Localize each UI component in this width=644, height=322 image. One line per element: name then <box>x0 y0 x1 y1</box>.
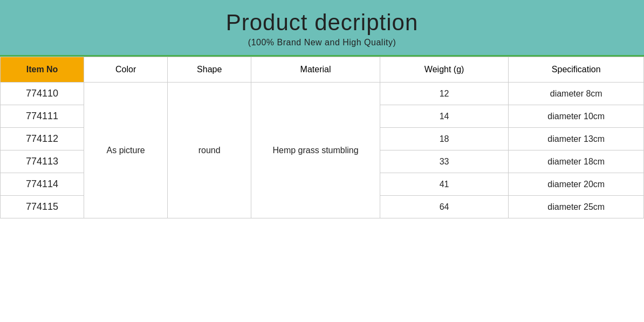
header: Product decription (100% Brand New and H… <box>0 0 644 57</box>
cell-specification: diameter 25cm <box>509 196 644 218</box>
cell-item-no: 774113 <box>1 150 84 173</box>
cell-weight: 18 <box>380 128 509 150</box>
page-subtitle: (100% Brand New and High Quality) <box>0 38 644 47</box>
col-header-material: Material <box>251 57 380 83</box>
col-header-specification: Specification <box>509 57 644 83</box>
cell-item-no: 774112 <box>1 128 84 150</box>
cell-weight: 12 <box>380 83 509 105</box>
cell-item-no: 774114 <box>1 173 84 196</box>
product-table: Item No Color Shape Material Weight (g) … <box>0 57 644 218</box>
cell-specification: diameter 10cm <box>509 105 644 128</box>
cell-color: As picture <box>84 83 168 218</box>
cell-item-no: 774115 <box>1 196 84 218</box>
cell-item-no: 774111 <box>1 105 84 128</box>
page-title: Product decription <box>0 10 644 36</box>
cell-weight: 41 <box>380 173 509 196</box>
cell-weight: 14 <box>380 105 509 128</box>
col-header-weight: Weight (g) <box>380 57 509 83</box>
cell-shape: round <box>168 83 251 218</box>
cell-material: Hemp grass stumbling <box>251 83 380 218</box>
cell-specification: diameter 20cm <box>509 173 644 196</box>
cell-weight: 64 <box>380 196 509 218</box>
cell-item-no: 774110 <box>1 83 84 105</box>
col-header-item-no: Item No <box>1 57 84 83</box>
cell-weight: 33 <box>380 150 509 173</box>
col-header-shape: Shape <box>168 57 251 83</box>
cell-specification: diameter 8cm <box>509 83 644 105</box>
cell-specification: diameter 18cm <box>509 150 644 173</box>
table-header-row: Item No Color Shape Material Weight (g) … <box>1 57 644 83</box>
col-header-color: Color <box>84 57 168 83</box>
cell-specification: diameter 13cm <box>509 128 644 150</box>
table-row: 774110As pictureroundHemp grass stumblin… <box>1 83 644 105</box>
